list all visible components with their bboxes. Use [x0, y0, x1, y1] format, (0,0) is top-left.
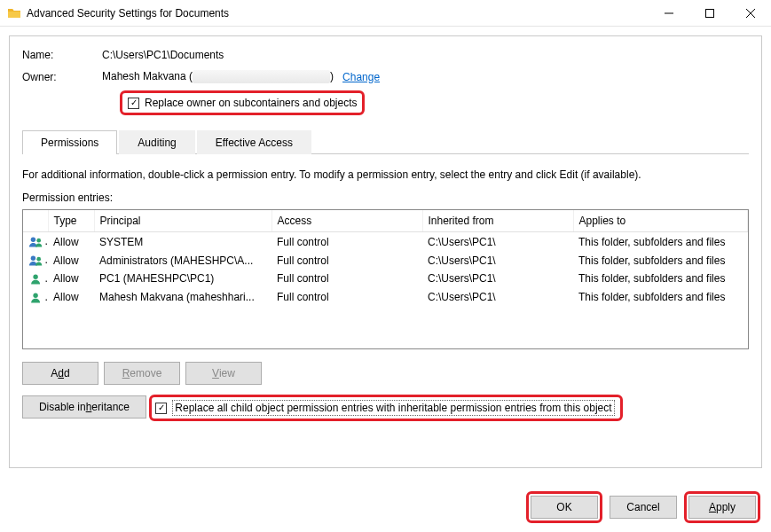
principal-icon: [23, 288, 48, 307]
table-row[interactable]: AllowMahesh Makvana (maheshhari...Full c…: [23, 288, 748, 307]
apply-button[interactable]: Apply: [688, 496, 756, 519]
replace-owner-highlight: ✓ Replace owner on subcontainers and obj…: [120, 90, 365, 115]
cell-principal: SYSTEM: [94, 232, 271, 251]
entries-label: Permission entries:: [22, 192, 749, 204]
cell-applies: This folder, subfolders and files: [573, 288, 748, 307]
entry-buttons-row: Add Remove View: [22, 362, 749, 385]
table-row[interactable]: AllowSYSTEMFull controlC:\Users\PC1\This…: [23, 232, 748, 251]
svg-point-5: [33, 274, 37, 278]
name-value: C:\Users\PC1\Documents: [102, 49, 224, 61]
apply-highlight: Apply: [684, 491, 760, 523]
principal-icon: [23, 232, 48, 251]
disable-inheritance-button[interactable]: Disable inheritance: [22, 395, 146, 419]
cell-inherited: C:\Users\PC1\: [422, 270, 573, 288]
close-button[interactable]: [730, 0, 771, 27]
replace-child-highlight: ✓ Replace all child object permission en…: [149, 395, 622, 421]
col-access[interactable]: Access: [271, 210, 422, 232]
svg-point-4: [36, 257, 41, 262]
main-panel: Name: C:\Users\PC1\Documents Owner: Mahe…: [9, 35, 762, 468]
principal-icon: [23, 251, 48, 270]
col-type[interactable]: Type: [48, 210, 94, 232]
owner-value: Mahesh Makvana (): [102, 70, 334, 83]
window-title: Advanced Security Settings for Documents: [27, 7, 229, 20]
tabs-bar: Permissions Auditing Effective Access: [22, 129, 749, 154]
cell-inherited: C:\Users\PC1\: [422, 251, 573, 270]
view-button: View: [185, 362, 262, 385]
cell-type: Allow: [48, 288, 94, 307]
cell-access: Full control: [271, 288, 422, 307]
table-header-row: Type Principal Access Inherited from App…: [23, 210, 748, 232]
ok-highlight: OK: [526, 491, 602, 523]
ok-button[interactable]: OK: [531, 496, 598, 519]
cell-access: Full control: [271, 270, 422, 288]
cell-principal: PC1 (MAHESHPC\PC1): [94, 270, 271, 288]
svg-point-2: [36, 239, 41, 243]
tab-effective-access[interactable]: Effective Access: [197, 130, 311, 154]
remove-button: Remove: [104, 362, 180, 385]
table-row[interactable]: AllowAdministrators (MAHESHPC\A...Full c…: [23, 251, 748, 270]
minimize-button[interactable]: [649, 0, 689, 27]
col-principal[interactable]: Principal: [94, 210, 271, 232]
folder-icon: [7, 6, 21, 20]
maximize-button[interactable]: [689, 0, 730, 27]
owner-redacted: [193, 70, 330, 83]
cell-principal: Mahesh Makvana (maheshhari...: [94, 288, 271, 307]
svg-rect-0: [706, 9, 714, 17]
cancel-button[interactable]: Cancel: [610, 496, 677, 519]
cell-access: Full control: [271, 232, 422, 251]
info-text: For additional information, double-click…: [22, 167, 749, 183]
cell-access: Full control: [271, 251, 422, 270]
titlebar: Advanced Security Settings for Documents: [0, 0, 771, 27]
cell-applies: This folder, subfolders and files: [573, 251, 748, 270]
cell-type: Allow: [48, 232, 94, 251]
cell-inherited: C:\Users\PC1\: [422, 288, 573, 307]
tab-auditing[interactable]: Auditing: [119, 130, 194, 154]
cell-applies: This folder, subfolders and files: [573, 270, 748, 288]
svg-point-3: [31, 256, 35, 261]
cell-principal: Administrators (MAHESHPC\A...: [94, 251, 271, 270]
tab-permissions[interactable]: Permissions: [22, 130, 117, 154]
svg-point-1: [31, 238, 35, 242]
change-owner-link[interactable]: Change: [342, 71, 380, 83]
name-label: Name:: [22, 49, 102, 61]
cell-type: Allow: [48, 270, 94, 288]
replace-owner-label: Replace owner on subcontainers and objec…: [145, 97, 357, 109]
replace-child-checkbox[interactable]: ✓: [155, 403, 167, 414]
col-inherited[interactable]: Inherited from: [422, 210, 573, 232]
permission-entries-table[interactable]: Type Principal Access Inherited from App…: [22, 209, 749, 349]
col-applies[interactable]: Applies to: [573, 210, 748, 232]
table-row[interactable]: AllowPC1 (MAHESHPC\PC1)Full controlC:\Us…: [23, 270, 748, 288]
svg-point-6: [33, 293, 37, 297]
replace-child-label: Replace all child object permission entr…: [172, 400, 614, 416]
owner-label: Owner:: [22, 71, 102, 83]
cell-applies: This folder, subfolders and files: [573, 232, 748, 251]
cell-inherited: C:\Users\PC1\: [422, 232, 573, 251]
cell-type: Allow: [48, 251, 94, 270]
dialog-footer: OK Cancel Apply: [526, 491, 760, 523]
add-button[interactable]: Add: [22, 362, 98, 385]
replace-owner-checkbox[interactable]: ✓: [128, 98, 139, 109]
principal-icon: [23, 270, 48, 288]
